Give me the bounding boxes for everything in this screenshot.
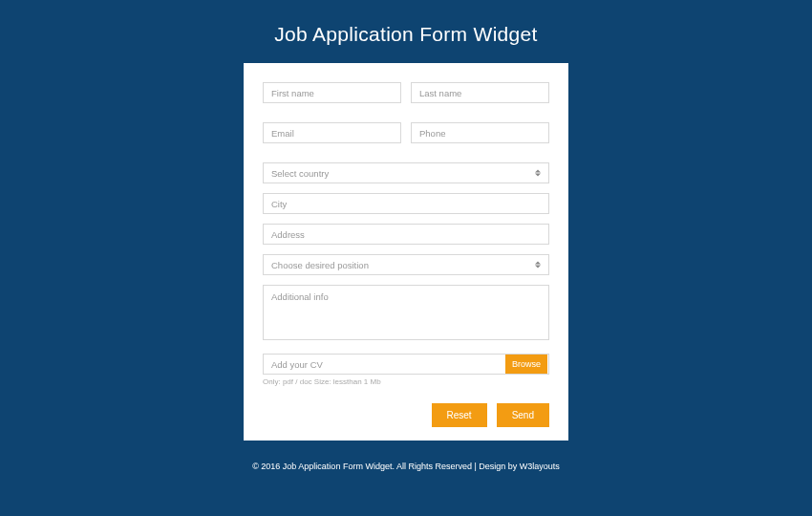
position-select[interactable]: Choose desired position (263, 254, 549, 275)
last-name-input[interactable] (411, 82, 549, 103)
address-input[interactable] (263, 224, 549, 245)
city-input[interactable] (263, 193, 549, 214)
first-name-input[interactable] (263, 82, 401, 103)
form-card: Select country Choose desired position A… (244, 63, 568, 441)
additional-info-textarea[interactable] (263, 285, 549, 340)
country-select[interactable]: Select country (263, 162, 549, 183)
footer-text: © 2016 Job Application Form Widget. All … (252, 462, 560, 471)
send-button[interactable]: Send (497, 403, 549, 427)
country-select-label: Select country (271, 168, 329, 179)
email-input[interactable] (263, 122, 401, 143)
browse-button[interactable]: Browse (505, 355, 547, 374)
cv-hint: Only: pdf / doc Size: lessthan 1 Mb (263, 377, 549, 386)
page-title: Job Application Form Widget (274, 23, 537, 46)
cv-label: Add your CV (271, 359, 323, 370)
cv-upload-box: Add your CV Browse (263, 354, 549, 375)
reset-button[interactable]: Reset (432, 403, 487, 427)
select-arrows-icon (535, 262, 541, 269)
phone-input[interactable] (411, 122, 549, 143)
position-select-label: Choose desired position (271, 260, 369, 270)
select-arrows-icon (535, 170, 541, 177)
